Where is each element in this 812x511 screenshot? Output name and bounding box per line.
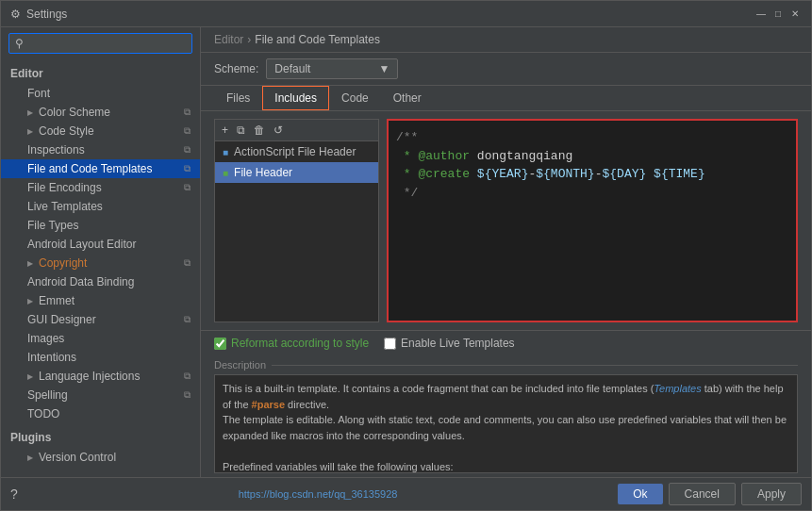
ok-button[interactable]: Ok [618,484,662,504]
sidebar-label-intentions: Intentions [27,351,76,364]
sidebar-item-version-control[interactable]: ▶ Version Control [1,448,200,467]
copy-icon-code-style: ⧉ [184,125,191,137]
expand-arrow-color-scheme: ▶ [27,108,33,117]
sidebar-item-code-style[interactable]: ▶ Code Style ⧉ [1,122,200,140]
tab-code-label: Code [341,91,369,105]
settings-icon: ⚙ [10,8,21,21]
live-templates-checkbox-label[interactable]: Enable Live Templates [384,337,515,350]
search-box[interactable]: ⚲ [8,33,192,54]
sidebar-item-language-injections[interactable]: ▶ Language Injections ⧉ [1,367,200,386]
sidebar-label-images: Images [27,332,64,345]
expand-arrow-version-control: ▶ [27,453,33,462]
file-tree-panel: + ⧉ 🗑 ↺ ■ ActionScript File Header ■ Fil… [214,119,379,322]
settings-window: ⚙ Settings — □ ✕ ⚲ Editor Font ▶ Color S… [0,0,812,511]
copy-icon-inspections: ⧉ [184,144,191,156]
sidebar-label-gui-designer: GUI Designer [27,313,96,326]
sidebar-item-file-and-code-templates[interactable]: File and Code Templates ⧉ [1,159,200,178]
sidebar-label-version-control: Version Control [39,451,116,464]
description-section: Description This is a built-in template.… [201,355,811,477]
breadcrumb-parent: Editor [214,33,243,46]
delete-button[interactable]: 🗑 [251,123,268,138]
file-tree-item-actionscript[interactable]: ■ ActionScript File Header [215,141,378,162]
footer: ? https://blog.csdn.net/qq_36135928 Ok C… [1,477,811,510]
sidebar-item-file-encodings[interactable]: File Encodings ⧉ [1,178,200,197]
editor-section: + ⧉ 🗑 ↺ ■ ActionScript File Header ■ Fil… [201,111,811,330]
code-tag-create: * @create [396,167,477,181]
copy-icon-color-scheme: ⧉ [184,107,191,118]
reformat-checkbox[interactable] [214,338,226,350]
sidebar-item-gui-designer[interactable]: GUI Designer ⧉ [1,310,200,329]
title-bar-left: ⚙ Settings [10,8,67,21]
sidebar-item-font[interactable]: Font [1,84,200,103]
sidebar-label-file-types: File Types [27,219,78,232]
scheme-select[interactable]: Default ▼ [266,58,398,79]
code-var-year: ${YEAR} [477,167,529,181]
description-label: Description [214,359,798,371]
sidebar-item-emmet[interactable]: ▶ Emmet [1,291,200,310]
tab-includes[interactable]: Includes [262,86,329,110]
code-var-month: ${MONTH} [536,167,594,181]
search-input[interactable] [27,37,186,50]
sidebar-item-android-data-binding[interactable]: Android Data Binding [1,272,200,291]
code-line-1: /** [396,128,788,147]
file-tree-item-file-header[interactable]: ■ File Header [215,162,378,183]
file-header-label: File Header [234,166,292,179]
actionscript-file-label: ActionScript File Header [234,145,356,158]
sidebar-label-color-scheme: Color Scheme [39,106,110,119]
maximize-button[interactable]: □ [771,8,785,21]
tab-files[interactable]: Files [214,86,262,110]
reset-button[interactable]: ↺ [271,123,286,138]
sidebar-item-color-scheme[interactable]: ▶ Color Scheme ⧉ [1,103,200,122]
sidebar-item-intentions[interactable]: Intentions [1,348,200,367]
scheme-label: Scheme: [214,62,258,75]
expand-arrow-language-injections: ▶ [27,372,33,381]
sidebar-label-inspections: Inspections [27,143,85,157]
sidebar-item-copyright[interactable]: ▶ Copyright ⧉ [1,254,200,272]
breadcrumb-current: File and Code Templates [255,33,380,46]
sidebar-section-plugins: Plugins [1,427,200,448]
sidebar-item-file-types[interactable]: File Types [1,216,200,235]
copy-icon-file-and-code-templates: ⧉ [184,163,191,174]
copy-icon-spelling: ⧉ [184,389,191,401]
live-templates-label: Enable Live Templates [401,337,515,350]
apply-button[interactable]: Apply [741,483,802,505]
expand-arrow-emmet: ▶ [27,297,33,305]
cancel-button[interactable]: Cancel [669,483,736,505]
copy-button[interactable]: ⧉ [234,123,248,138]
tab-other[interactable]: Other [381,86,434,110]
code-content[interactable]: /** * @author dongtangqiang * @create ${… [389,121,796,321]
code-line-4: */ [396,184,788,203]
code-editor[interactable]: /** * @author dongtangqiang * @create ${… [387,119,798,322]
bottom-controls: Reformat according to style Enable Live … [201,330,811,355]
file-header-icon: ■ [223,168,228,178]
help-button[interactable]: ? [10,486,18,502]
code-line-2: * @author dongtangqiang [396,147,788,166]
file-tree-items: ■ ActionScript File Header ■ File Header [215,141,378,321]
code-tag-author: * @author [396,149,477,163]
description-label-text: Description [214,359,266,371]
breadcrumb: Editor › File and Code Templates [201,27,811,53]
add-button[interactable]: + [219,123,231,138]
reformat-checkbox-label[interactable]: Reformat according to style [214,337,369,350]
close-button[interactable]: ✕ [788,8,802,21]
actionscript-file-icon: ■ [223,147,228,157]
sidebar-item-android-layout-editor[interactable]: Android Layout Editor [1,235,200,254]
minimize-button[interactable]: — [754,8,768,21]
live-templates-checkbox[interactable] [384,338,396,350]
sidebar-label-spelling: Spelling [27,388,68,402]
sidebar-item-images[interactable]: Images [1,329,200,348]
sidebar-tree: Editor Font ▶ Color Scheme ⧉ ▶ Code Styl… [1,59,200,477]
tab-includes-label: Includes [274,91,317,105]
file-tree-toolbar: + ⧉ 🗑 ↺ [215,120,378,141]
tab-code[interactable]: Code [329,86,381,110]
sidebar-label-emmet: Emmet [39,294,75,307]
sidebar-label-todo: TODO [27,407,59,420]
main-content: ⚲ Editor Font ▶ Color Scheme ⧉ ▶ Code St… [1,27,811,477]
sidebar-item-live-templates[interactable]: Live Templates [1,197,200,216]
sidebar-label-language-injections: Language Injections [39,370,140,383]
code-line-3: * @create ${YEAR}-${MONTH}-${DAY} ${TIME… [396,165,788,184]
copy-icon-file-encodings: ⧉ [184,182,191,193]
sidebar-item-inspections[interactable]: Inspections ⧉ [1,140,200,159]
sidebar-item-todo[interactable]: TODO [1,404,200,423]
sidebar-item-spelling[interactable]: Spelling ⧉ [1,386,200,404]
